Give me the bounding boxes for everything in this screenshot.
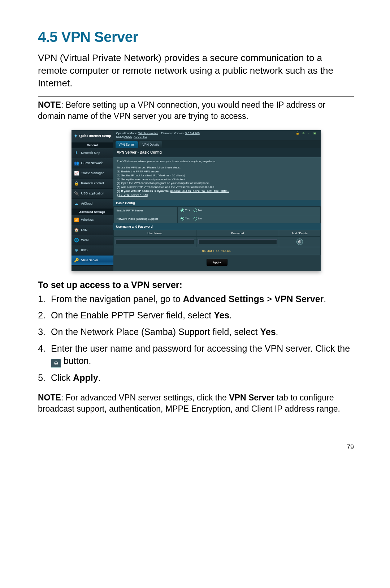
router-screenshot: ✦ Quick Internet Setup General 🖧 Network…	[72, 130, 321, 271]
intro-paragraph: VPN (Virtual Private Network) provides a…	[38, 52, 354, 90]
step-3: On the Network Place (Samba) Support fie…	[48, 326, 354, 338]
basic-config-header: Basic Config	[113, 200, 321, 206]
radio-samba-no[interactable]: No	[194, 217, 202, 220]
wand-icon: ✦	[74, 133, 78, 139]
sidebar-item-traffic-manager[interactable]: 📈 Traffic Manager	[72, 168, 113, 179]
sidebar-item-parental-control[interactable]: 🔒 Parental control	[72, 179, 113, 189]
cloud-icon: ☁	[74, 201, 79, 206]
apply-button[interactable]: Apply	[207, 259, 228, 266]
step-1: From the navigation panel, go to Advance…	[48, 293, 354, 305]
divider	[38, 389, 354, 389]
op-mode-link[interactable]: Wireless router	[138, 132, 158, 135]
tab-row: VPN Server VPN Details	[113, 140, 321, 148]
divider	[38, 125, 354, 125]
username-input[interactable]	[116, 239, 194, 244]
sidebar-section-general: General	[72, 142, 113, 148]
note-label: NOTE	[38, 100, 61, 110]
radio-pptp-yes[interactable]: Yes	[181, 209, 190, 212]
ddns-link[interactable]: please click here to set the DDNS.	[170, 189, 229, 193]
topbar: Operation Mode: Wireless router Firmware…	[113, 130, 321, 140]
note-bottom: NOTE: For advanced VPN server settings, …	[38, 392, 354, 415]
sidebar-item-aicloud[interactable]: ☁ AiCloud	[72, 199, 113, 209]
guest-icon: 👥	[74, 160, 79, 166]
username-password-header: Username and Password	[113, 223, 321, 230]
key-icon: 🔑	[74, 258, 79, 263]
sidebar-item-wireless[interactable]: 📶 Wireless	[72, 215, 113, 225]
sidebar-item-network-map[interactable]: 🖧 Network Map	[72, 148, 113, 158]
traffic-icon: 📈	[74, 171, 79, 176]
ssid1: ASUS	[124, 135, 132, 138]
sidebar-item-vpn-server[interactable]: 🔑 VPN Server	[72, 256, 113, 266]
setup-subheading: To set up access to a VPN server:	[38, 280, 354, 290]
panel-title: VPN Server - Basic Config	[113, 148, 321, 157]
status-icons: 🔒 ⊚ ← ▣	[296, 132, 318, 139]
wifi-icon: 📶	[74, 217, 79, 222]
col-username: User Name	[113, 230, 196, 236]
sidebar-item-lan[interactable]: 🏠 LAN	[72, 225, 113, 235]
faq-link[interactable]: (7) VPN Server FAQ	[117, 193, 148, 197]
sidebar-item-usb-application[interactable]: 🔌 USB application	[72, 189, 113, 199]
sidebar-item-wan[interactable]: 🌐 WAN	[72, 235, 113, 245]
ssid2: ASUS_5G	[134, 135, 147, 138]
page-number: 79	[38, 443, 354, 451]
tab-vpn-server[interactable]: VPN Server	[116, 141, 138, 148]
divider	[38, 96, 354, 96]
sidebar-section-advanced: Advanced Settings	[72, 209, 113, 215]
sidebar: ✦ Quick Internet Setup General 🖧 Network…	[72, 130, 113, 271]
step-4: Enter the user name and password for acc…	[48, 343, 354, 368]
add-button[interactable]: ⊕	[296, 239, 303, 245]
fw-version-link[interactable]: 3.0.0.4.260	[185, 132, 200, 135]
section-heading: 4.5 VPN Server	[38, 29, 354, 45]
sidebar-item-guest-network[interactable]: 👥 Guest Network	[72, 158, 113, 168]
globe-icon: 🌐	[74, 237, 79, 243]
col-password: Password	[196, 230, 279, 236]
usb-icon: 🔌	[74, 191, 79, 196]
setup-steps-list: From the navigation panel, go to Advance…	[38, 293, 354, 384]
sidebar-item-ipv6[interactable]: ⊕ IPv6	[72, 245, 113, 256]
network-icon: 🖧	[74, 150, 79, 155]
ipv6-icon: ⊕	[74, 248, 79, 253]
radio-pptp-no[interactable]: No	[194, 209, 202, 212]
panel-description: The VPN server allows you to access your…	[113, 157, 321, 199]
note-top: NOTE: Before setting up a VPN connection…	[38, 99, 354, 122]
home-icon: 🏠	[74, 227, 79, 232]
no-data-label: No data in table.	[113, 247, 321, 255]
step-5: Click Apply.	[48, 372, 354, 384]
divider	[38, 418, 354, 418]
quick-internet-setup[interactable]: ✦ Quick Internet Setup	[72, 130, 113, 142]
lock-icon: 🔒	[74, 181, 79, 186]
radio-samba-yes[interactable]: Yes	[181, 217, 190, 220]
main-panel: Operation Mode: Wireless router Firmware…	[113, 130, 321, 271]
tab-vpn-details[interactable]: VPN Details	[139, 141, 162, 148]
row-enable-pptp-label: Enable PPTP Server	[113, 206, 177, 215]
password-input[interactable]	[198, 239, 277, 244]
plus-icon: ⊕	[51, 359, 61, 368]
step-2: On the Enable PPTP Server field, select …	[48, 309, 354, 322]
col-add-delete: Add / Delete	[279, 230, 320, 236]
row-samba-label: Network Place (Samba) Support	[113, 215, 177, 223]
